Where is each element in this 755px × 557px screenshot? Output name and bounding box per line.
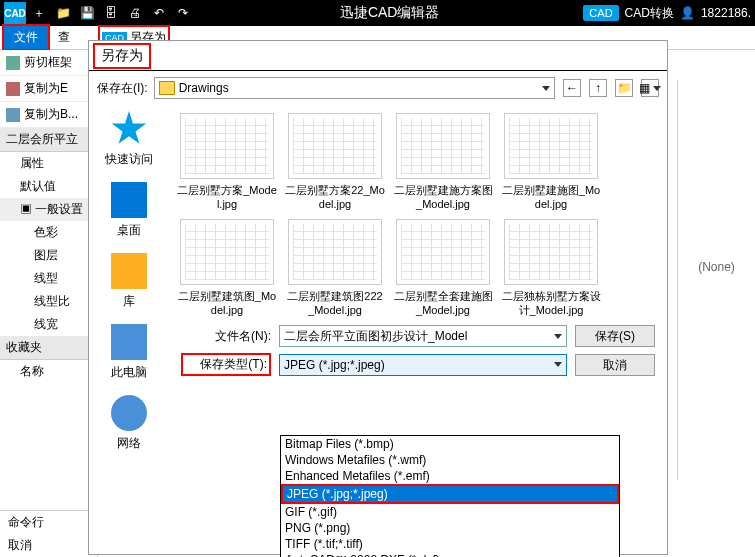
nav-desktop[interactable]: 桌面 [89, 182, 169, 239]
filetype-option[interactable]: Windows Metafiles (*.wmf) [281, 452, 619, 468]
computer-icon [111, 324, 147, 360]
command-line[interactable]: 命令行 [0, 511, 98, 534]
file-item[interactable]: 二层独栋别墅方案设计_Model.jpg [501, 219, 601, 317]
file-item[interactable]: 二层别墅方案_Model.jpg [177, 113, 277, 211]
savein-label: 保存在(I): [97, 80, 148, 97]
nav-library[interactable]: 库 [89, 253, 169, 310]
saveall-icon[interactable]: 🗄 [100, 2, 122, 24]
nav-thispc[interactable]: 此电脑 [89, 324, 169, 381]
savein-combo[interactable]: Drawings [154, 77, 555, 99]
up-icon[interactable]: ↑ [589, 79, 607, 97]
filetype-option[interactable]: PNG (*.png) [281, 520, 619, 536]
save-icon[interactable]: 💾 [76, 2, 98, 24]
chevron-down-icon [542, 86, 550, 91]
filetype-option[interactable]: AutoCAD™ 2000 DXF (*.dxf) [281, 552, 619, 557]
copy-bmp-action[interactable]: 复制为B... [0, 102, 97, 128]
menu-file[interactable]: 文件 [2, 24, 50, 51]
tree-color[interactable]: 色彩 [0, 221, 97, 244]
thumbnail [504, 113, 598, 179]
file-item[interactable]: 二层别墅建筑图222_Model.jpg [285, 219, 385, 317]
file-name: 二层别墅建施图_Model.jpg [501, 183, 601, 211]
tree-linescale[interactable]: 线型比 [0, 290, 97, 313]
cancel-line[interactable]: 取消 [0, 534, 98, 557]
tree-default[interactable]: 默认值 [0, 175, 97, 198]
folder-icon [159, 81, 175, 95]
file-item[interactable]: 二层别墅建施方案图_Model.jpg [393, 113, 493, 211]
savein-value: Drawings [179, 81, 539, 95]
tree-name[interactable]: 名称 [0, 360, 97, 383]
scissors-icon [6, 56, 20, 70]
back-icon[interactable]: ← [563, 79, 581, 97]
user-id: 1822186. [701, 6, 751, 20]
places-sidebar: 快速访问 桌面 库 此电脑 网络 [89, 105, 169, 554]
tree-linetype[interactable]: 线型 [0, 267, 97, 290]
filetype-option[interactable]: Enhanced Metafiles (*.emf) [281, 468, 619, 484]
thumbnail [180, 113, 274, 179]
preview-none: (None) [698, 260, 735, 274]
filetype-option[interactable]: GIF (*.gif) [281, 504, 619, 520]
tree-general-settings[interactable]: ▣ 一般设置 [0, 198, 97, 221]
save-button[interactable]: 保存(S) [575, 325, 655, 347]
filetype-dropdown[interactable]: Bitmap Files (*.bmp)Windows Metafiles (*… [280, 435, 620, 557]
file-name: 二层别墅建施方案图_Model.jpg [393, 183, 493, 211]
print-icon[interactable]: 🖨 [124, 2, 146, 24]
redo-icon[interactable]: ↷ [172, 2, 194, 24]
star-icon [111, 111, 147, 147]
cad-badge: CAD [583, 5, 618, 21]
dialog-title: 另存为 [93, 43, 151, 69]
network-icon [111, 395, 147, 431]
thumbnail [396, 219, 490, 285]
cad-convert-link[interactable]: CAD转换 [625, 5, 674, 22]
file-item[interactable]: 二层别墅建施图_Model.jpg [501, 113, 601, 211]
copy-emf-action[interactable]: 复制为E [0, 76, 97, 102]
file-name: 二层别墅建筑图_Model.jpg [177, 289, 277, 317]
undo-icon[interactable]: ↶ [148, 2, 170, 24]
new-icon[interactable]: ＋ [28, 2, 50, 24]
thumbnail [504, 219, 598, 285]
app-icon[interactable]: CAD [4, 2, 26, 24]
file-item[interactable]: 二层别墅全套建施图_Model.jpg [393, 219, 493, 317]
file-name: 二层别墅方案_Model.jpg [177, 183, 277, 211]
file-name: 二层独栋别墅方案设计_Model.jpg [501, 289, 601, 317]
thumbnail [180, 219, 274, 285]
nav-network[interactable]: 网络 [89, 395, 169, 452]
user-icon[interactable]: 👤 [680, 6, 695, 20]
bmp-icon [6, 108, 20, 122]
filetype-option[interactable]: TIFF (*.tif;*.tiff) [281, 536, 619, 552]
tree-favorites[interactable]: 收藏夹 [0, 336, 97, 360]
desktop-icon [111, 182, 147, 218]
file-name: 二层别墅方案22_Model.jpg [285, 183, 385, 211]
tree-lineweight[interactable]: 线宽 [0, 313, 97, 336]
view-icon[interactable]: ▦ [641, 79, 659, 97]
command-area: 命令行 取消 [0, 510, 98, 557]
thumbnail [396, 113, 490, 179]
newfolder-icon[interactable]: 📁 [615, 79, 633, 97]
cancel-button[interactable]: 取消 [575, 354, 655, 376]
open-icon[interactable]: 📁 [52, 2, 74, 24]
file-item[interactable]: 二层别墅方案22_Model.jpg [285, 113, 385, 211]
preview-panel: (None) [677, 80, 755, 480]
menu-view[interactable]: 查 [50, 26, 78, 49]
filename-label: 文件名(N): [181, 328, 271, 345]
tree-attributes[interactable]: 属性 [0, 152, 97, 175]
file-item[interactable]: 二层别墅建筑图_Model.jpg [177, 219, 277, 317]
library-icon [111, 253, 147, 289]
thumbnail [288, 219, 382, 285]
tree-layer[interactable]: 图层 [0, 244, 97, 267]
app-title: 迅捷CAD编辑器 [196, 4, 583, 22]
nav-quick[interactable]: 快速访问 [89, 111, 169, 168]
thumbnail [288, 113, 382, 179]
filetype-label: 保存类型(T): [181, 353, 271, 376]
file-name: 二层别墅全套建施图_Model.jpg [393, 289, 493, 317]
filename-input[interactable]: 二层会所平立面图初步设计_Model [279, 325, 567, 347]
cut-frame-action[interactable]: 剪切框架 [0, 50, 97, 76]
filetype-option[interactable]: Bitmap Files (*.bmp) [281, 436, 619, 452]
file-name: 二层别墅建筑图222_Model.jpg [285, 289, 385, 317]
emf-icon [6, 82, 20, 96]
left-panel: 剪切框架 复制为E 复制为B... 二层会所平立 属性 默认值 ▣ 一般设置 色… [0, 50, 98, 557]
filetype-option[interactable]: JPEG (*.jpg;*.jpeg) [281, 484, 619, 504]
titlebar: CAD ＋ 📁 💾 🗄 🖨 ↶ ↷ 迅捷CAD编辑器 CAD CAD转换 👤 1… [0, 0, 755, 26]
tree-root[interactable]: 二层会所平立 [0, 128, 97, 152]
filetype-combo[interactable]: JPEG (*.jpg;*.jpeg) [279, 354, 567, 376]
